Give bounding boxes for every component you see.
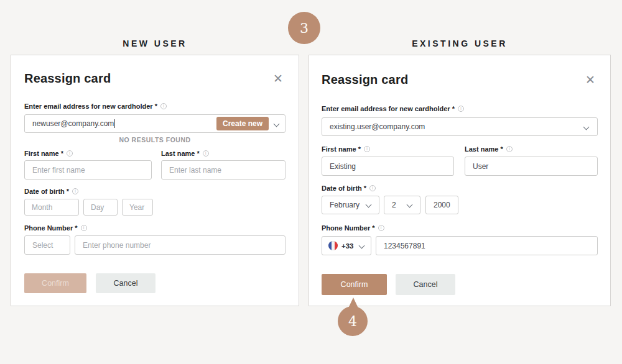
france-flag-icon [328, 241, 338, 250]
last-name-label: Last name * [161, 149, 285, 157]
email-label: Enter email address for new cardholder * [322, 104, 598, 112]
info-icon [203, 150, 209, 157]
confirm-button[interactable]: Confirm [322, 274, 387, 295]
email-field-row: existing.user@company.com [322, 117, 598, 136]
email-label: Enter email address for new cardholder * [24, 102, 285, 110]
create-new-button[interactable]: Create new [216, 117, 269, 130]
info-icon [160, 103, 167, 109]
new-user-header: NEW USER [11, 39, 299, 48]
step-4-badge: 4 [338, 298, 369, 336]
info-icon [81, 225, 87, 231]
last-name-label: Last name * [465, 145, 598, 153]
email-input[interactable]: existing.user@company.com [322, 117, 598, 136]
first-name-label: First name * [322, 145, 454, 153]
dob-day-input[interactable]: Day [83, 199, 118, 216]
country-code: +33 [341, 242, 354, 250]
phone-country-select[interactable]: +33 [322, 236, 371, 255]
first-name-label: First name * [24, 149, 152, 157]
phone-country-select[interactable]: Select [24, 235, 70, 255]
info-icon [458, 106, 464, 112]
email-field-row: newuser@company.com Create new [24, 114, 285, 133]
chevron-down-icon [365, 202, 371, 207]
close-button[interactable]: ✕ [271, 71, 285, 86]
dob-year-input[interactable]: Year [122, 199, 153, 216]
last-name-input[interactable]: Enter last name [161, 160, 285, 180]
close-icon: ✕ [273, 72, 283, 85]
info-icon [67, 150, 73, 157]
dob-month-select[interactable]: February [322, 196, 379, 214]
page: 3 NEW USER EXISTING USER Reassign card ✕… [0, 0, 622, 364]
reassign-card-modal-existing-user: Reassign card ✕ Enter email address for … [309, 55, 611, 306]
chevron-down-icon [358, 243, 364, 248]
modal-title: Reassign card [24, 71, 111, 86]
existing-user-header: EXISTING USER [309, 39, 611, 48]
dob-month-input[interactable]: Month [24, 199, 79, 216]
chevron-down-icon [406, 202, 412, 207]
dob-day-select[interactable]: 2 [384, 196, 420, 214]
phone-number-input[interactable]: 1234567891 [376, 236, 598, 255]
dob-year-input[interactable]: 2000 [425, 196, 458, 214]
first-name-input[interactable]: Enter first name [24, 160, 152, 180]
close-icon: ✕ [585, 73, 595, 86]
cancel-button[interactable]: Cancel [396, 274, 455, 295]
last-name-input[interactable]: User [465, 157, 598, 176]
modal-title: Reassign card [322, 73, 408, 87]
info-icon [72, 188, 78, 194]
dob-label: Date of birth * [322, 184, 598, 192]
text-cursor [114, 119, 115, 128]
chevron-down-icon[interactable] [583, 125, 589, 130]
phone-label: Phone Number * [322, 224, 598, 232]
first-name-input[interactable]: Existing [322, 157, 454, 176]
info-icon [369, 185, 376, 191]
phone-label: Phone Number * [24, 224, 285, 232]
close-button[interactable]: ✕ [583, 73, 598, 87]
info-icon [506, 146, 513, 152]
no-results-message: NO RESULTS FOUND [24, 136, 285, 143]
cancel-button[interactable]: Cancel [96, 273, 156, 293]
dob-label: Date of birth * [24, 187, 285, 195]
info-icon [364, 146, 370, 152]
reassign-card-modal-new-user: Reassign card ✕ Enter email address for … [11, 55, 299, 306]
confirm-button[interactable]: Confirm [24, 273, 86, 293]
info-icon [378, 225, 384, 231]
chevron-down-icon[interactable] [273, 122, 279, 127]
phone-number-input[interactable]: Enter phone number [75, 235, 285, 255]
